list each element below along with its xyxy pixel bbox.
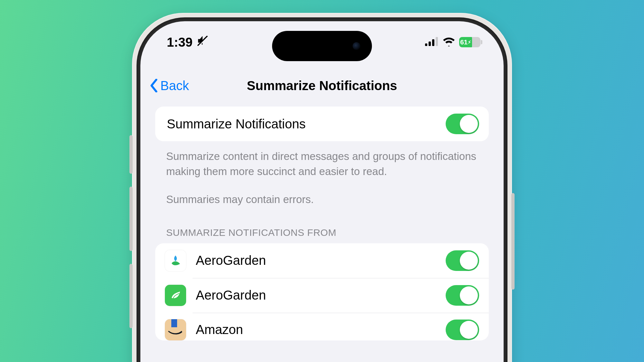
cellular-signal-icon bbox=[425, 37, 439, 47]
app-row-aerogarden-2[interactable]: AeroGarden bbox=[155, 278, 489, 313]
app-row-amazon[interactable]: Amazon bbox=[155, 313, 489, 340]
charging-icon: ⚡︎ bbox=[468, 40, 471, 45]
svg-rect-4 bbox=[432, 39, 434, 46]
app-toggle[interactable] bbox=[446, 250, 479, 271]
app-toggle[interactable] bbox=[446, 320, 479, 340]
app-row-aerogarden-1[interactable]: AeroGarden bbox=[155, 243, 489, 278]
power-button bbox=[511, 193, 515, 290]
aerogarden-app-icon bbox=[165, 250, 186, 271]
battery-level: 61 bbox=[460, 38, 468, 46]
back-button[interactable]: Back bbox=[149, 79, 189, 93]
content: Summarize Notifications Summarize conten… bbox=[140, 107, 504, 362]
volume-down-button bbox=[129, 264, 133, 328]
silent-mode-icon bbox=[197, 35, 208, 50]
apps-section-header: SUMMARIZE NOTIFICATIONS FROM bbox=[155, 207, 489, 243]
summarize-toggle-label: Summarize Notifications bbox=[165, 117, 446, 131]
app-name: AeroGarden bbox=[196, 253, 446, 268]
app-name: Amazon bbox=[196, 322, 446, 337]
wifi-icon bbox=[442, 37, 455, 48]
volume-up-button bbox=[129, 187, 133, 251]
dynamic-island bbox=[272, 31, 372, 61]
summarize-toggle[interactable] bbox=[446, 114, 479, 134]
screen: 1:39 bbox=[140, 21, 504, 362]
side-button bbox=[129, 135, 133, 174]
apps-group: AeroGarden AeroGarden bbox=[155, 243, 489, 340]
page-title: Summarize Notifications bbox=[140, 79, 504, 93]
svg-rect-3 bbox=[429, 42, 431, 46]
section-footer: Summarize content in direct messages and… bbox=[155, 141, 489, 207]
chevron-left-icon bbox=[149, 79, 158, 92]
svg-rect-5 bbox=[436, 37, 438, 46]
svg-rect-2 bbox=[425, 43, 427, 46]
app-name: AeroGarden bbox=[196, 288, 446, 302]
footer-paragraph-2: Summaries may contain errors. bbox=[166, 192, 478, 207]
status-time: 1:39 bbox=[167, 35, 193, 50]
summarize-toggle-row[interactable]: Summarize Notifications bbox=[155, 107, 489, 141]
main-toggle-group: Summarize Notifications bbox=[155, 107, 489, 141]
app-toggle[interactable] bbox=[446, 285, 479, 306]
phone-frame: 1:39 bbox=[132, 13, 512, 362]
amazon-app-icon bbox=[165, 319, 186, 340]
back-label: Back bbox=[160, 79, 189, 93]
nav-bar: Back Summarize Notifications bbox=[140, 71, 504, 100]
footer-paragraph-1: Summarize content in direct messages and… bbox=[166, 149, 478, 179]
battery-indicator: 61⚡︎ bbox=[459, 37, 480, 47]
aerogarden-app-icon bbox=[165, 285, 186, 306]
